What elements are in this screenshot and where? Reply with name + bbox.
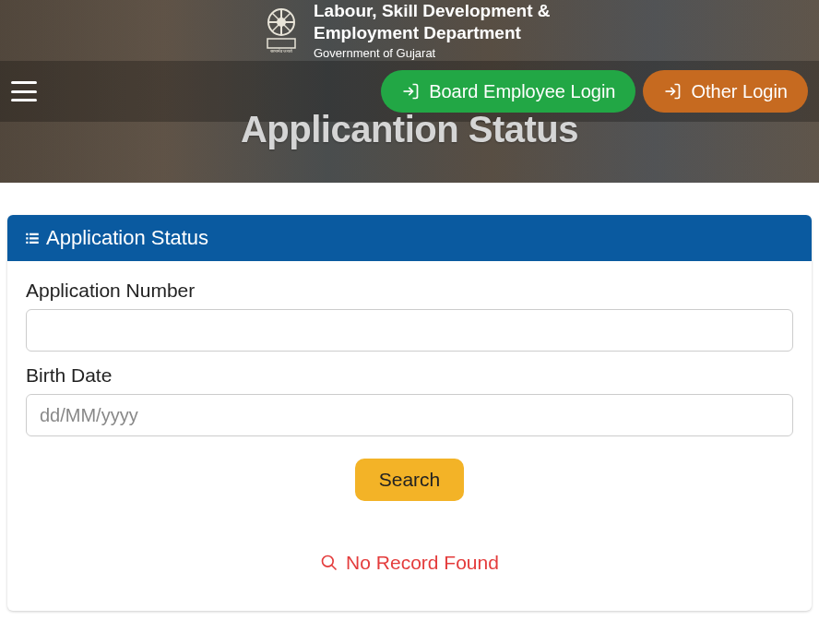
banner-hero: सत्यमेव जयते Labour, Skill Development &… [0, 0, 819, 183]
dept-line1: Labour, Skill Development & [314, 0, 551, 22]
card-body: Application Number Birth Date Search No … [7, 261, 812, 611]
svg-rect-15 [30, 242, 39, 244]
svg-text:सत्यमेव जयते: सत्यमेव जयते [269, 48, 292, 54]
hamburger-menu-icon[interactable] [11, 81, 37, 101]
header-top: सत्यमेव जयते Labour, Skill Development &… [0, 0, 819, 61]
list-icon [24, 230, 41, 246]
birth-date-group: Birth Date [26, 364, 793, 436]
button-row: Search [26, 459, 793, 501]
birth-date-input[interactable] [26, 394, 793, 436]
birth-date-label: Birth Date [26, 364, 793, 387]
card-header: Application Status [7, 215, 812, 261]
status-text: No Record Found [346, 552, 499, 574]
govt-emblem-icon: सत्यमेव जयते [258, 4, 304, 57]
svg-rect-11 [26, 237, 28, 239]
login-icon [663, 82, 682, 101]
page-title: Applicantion Status [0, 109, 819, 150]
search-icon [320, 554, 338, 572]
login-icon [401, 82, 420, 101]
dept-line2: Employment Department [314, 22, 551, 44]
department-name: Labour, Skill Development & Employment D… [314, 0, 551, 61]
svg-rect-14 [30, 237, 39, 239]
card-header-title: Application Status [46, 226, 208, 250]
svg-rect-12 [26, 242, 28, 244]
search-button[interactable]: Search [355, 459, 465, 501]
status-message: No Record Found [26, 552, 793, 574]
svg-line-17 [332, 566, 337, 570]
dept-sub: Government of Gujarat [314, 46, 551, 61]
svg-rect-10 [26, 233, 28, 235]
svg-rect-13 [30, 233, 39, 235]
search-button-label: Search [379, 469, 441, 490]
other-login-button[interactable]: Other Login [643, 70, 808, 113]
board-login-label: Board Employee Login [429, 81, 615, 102]
board-employee-login-button[interactable]: Board Employee Login [381, 70, 635, 113]
application-number-group: Application Number [26, 280, 793, 352]
application-number-input[interactable] [26, 309, 793, 352]
content-area: Application Status Application Number Bi… [0, 183, 819, 611]
application-number-label: Application Number [26, 280, 793, 302]
application-status-card: Application Status Application Number Bi… [7, 215, 812, 611]
svg-point-16 [323, 556, 334, 567]
other-login-label: Other Login [691, 81, 788, 102]
svg-rect-6 [267, 39, 295, 48]
